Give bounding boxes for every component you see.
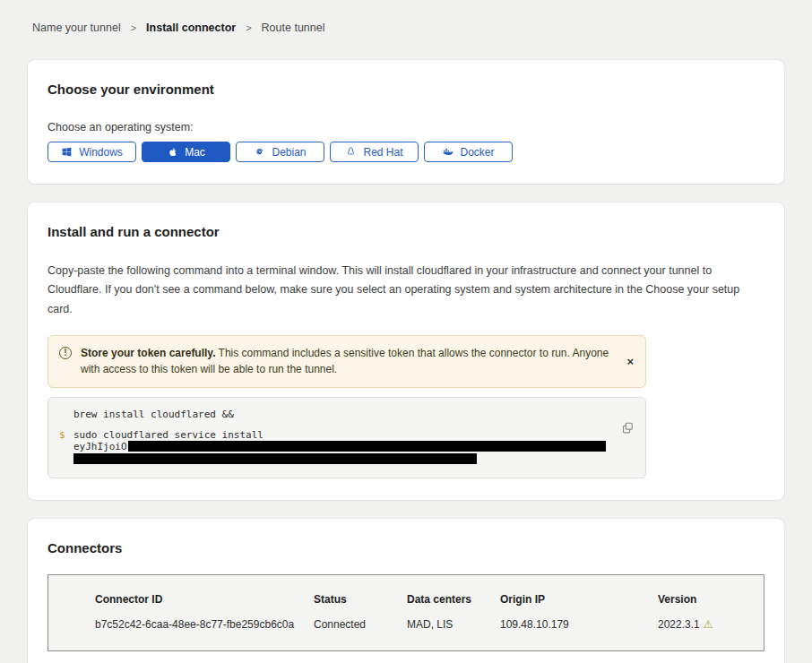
install-connector-card: Install and run a connector Copy-paste t…	[28, 202, 784, 500]
token-prefix: eyJhIjoiO	[73, 441, 127, 452]
redhat-linux-penguin-icon	[345, 146, 357, 158]
breadcrumb-step-route-tunnel[interactable]: Route tunnel	[262, 22, 325, 34]
col-header-status: Status	[314, 593, 407, 606]
install-connector-description: Copy-paste the following command into a …	[48, 262, 761, 319]
os-button-label: Red Hat	[363, 146, 402, 159]
connector-version-value: 2022.3.1⚠	[658, 618, 746, 631]
breadcrumb-step-install-connector[interactable]: Install connector	[146, 22, 236, 34]
token-redaction-bar	[128, 441, 606, 452]
os-button-group: Windows Mac Debian Red Hat	[48, 142, 764, 162]
col-header-version: Version	[658, 593, 746, 606]
token-redaction-bar	[73, 453, 477, 464]
col-header-data-centers: Data centers	[407, 593, 500, 606]
os-button-redhat[interactable]: Red Hat	[330, 142, 419, 162]
install-connector-title: Install and run a connector	[48, 224, 764, 239]
environment-card-title: Choose your environment	[48, 82, 764, 97]
install-command-codeblock[interactable]: brew install cloudflared && $ sudo cloud…	[48, 397, 646, 478]
connector-origin-ip-value: 109.48.10.179	[500, 618, 658, 631]
shell-prompt: $	[59, 429, 65, 441]
os-select-label: Choose an operating system:	[48, 121, 764, 133]
token-warning-bold: Store your token carefully.	[81, 347, 216, 359]
col-header-origin-ip: Origin IP	[500, 593, 658, 606]
code-line-brew: brew install cloudflared &&	[73, 409, 609, 420]
version-warning-icon: ⚠	[704, 618, 713, 631]
os-button-label: Windows	[79, 146, 123, 159]
breadcrumb-separator: >	[246, 22, 251, 33]
token-warning-text: Store your token carefully. This command…	[81, 345, 613, 378]
token-warning-banner: ! Store your token carefully. This comma…	[48, 335, 646, 388]
environment-card: Choose your environment Choose an operat…	[28, 60, 784, 184]
alert-circle-icon: !	[59, 347, 72, 359]
apple-icon	[167, 146, 178, 158]
breadcrumb-step-name-your-tunnel[interactable]: Name your tunnel	[32, 22, 121, 34]
col-header-connector-id: Connector ID	[95, 593, 314, 606]
code-line-token: eyJhIjoiO	[73, 441, 609, 452]
os-button-label: Debian	[272, 146, 306, 159]
close-icon[interactable]: ×	[626, 355, 634, 368]
copy-icon[interactable]	[620, 421, 635, 435]
os-button-label: Mac	[185, 146, 205, 159]
docker-whale-icon	[442, 146, 454, 158]
windows-icon	[61, 146, 73, 158]
connector-data-centers-value: MAD, LIS	[407, 618, 500, 631]
connectors-table: Connector ID Status Data centers Origin …	[48, 574, 764, 651]
debian-icon	[254, 146, 265, 158]
code-line-sudo: $ sudo cloudflared service install	[73, 429, 609, 441]
breadcrumb: Name your tunnel > Install connector > R…	[32, 22, 780, 34]
page: Name your tunnel > Install connector > R…	[0, 0, 812, 663]
os-button-mac[interactable]: Mac	[142, 142, 230, 162]
os-button-label: Docker	[460, 146, 494, 159]
breadcrumb-separator: >	[131, 22, 136, 33]
connector-status-value: Connected	[314, 618, 407, 631]
connectors-card: Connectors Connector ID Status Data cent…	[28, 519, 784, 663]
connector-id-value: b7c52c42-6caa-48ee-8c77-fbe259cb6c0a	[95, 618, 314, 631]
os-button-debian[interactable]: Debian	[236, 142, 324, 162]
os-button-windows[interactable]: Windows	[48, 142, 136, 162]
connectors-title: Connectors	[48, 540, 764, 555]
os-button-docker[interactable]: Docker	[424, 142, 513, 162]
